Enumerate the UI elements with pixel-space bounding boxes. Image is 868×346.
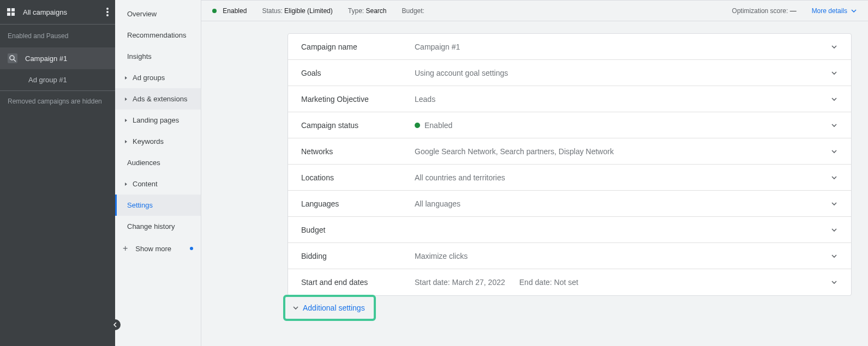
row-label: Budget	[301, 226, 415, 234]
main-content: Enabled Status: Eligible (Limited) Type:…	[201, 0, 868, 346]
status-dot-icon	[212, 9, 217, 13]
optimization-value: —	[790, 7, 797, 15]
secnav-settings[interactable]: Settings	[115, 195, 201, 216]
type-label: Type:	[348, 7, 364, 15]
row-value: Enabled	[424, 121, 452, 130]
settings-row[interactable]: Start and end datesStart date: March 27,…	[288, 269, 851, 295]
campaign-status-bar: Enabled Status: Eligible (Limited) Type:…	[201, 0, 868, 21]
row-value: Leads	[415, 95, 435, 104]
svg-rect-0	[7, 8, 10, 11]
secnav-show-more[interactable]: + Show more	[115, 237, 201, 260]
chevron-down-icon	[830, 200, 838, 208]
row-value: Campaign #1	[415, 43, 460, 51]
chevron-down-icon	[851, 8, 857, 14]
secnav-label: Keywords	[133, 137, 164, 145]
status-filter[interactable]: Enabled and Paused	[0, 25, 115, 47]
settings-row[interactable]: GoalsUsing account goal settings	[288, 60, 851, 86]
secnav-keywords[interactable]: Keywords	[115, 131, 201, 152]
row-label: Start and end dates	[301, 278, 415, 287]
row-value: Maximize clicks	[415, 252, 468, 260]
optimization-label: Optimization score:	[732, 7, 788, 15]
settings-row[interactable]: Budget	[288, 217, 851, 243]
settings-row[interactable]: NetworksGoogle Search Network, Search pa…	[288, 138, 851, 165]
chevron-down-icon	[830, 95, 838, 103]
secnav-overview[interactable]: Overview	[115, 3, 201, 25]
secnav-label: Landing pages	[133, 116, 179, 124]
start-date-value: Start date: March 27, 2022	[415, 278, 505, 287]
more-details-label: More details	[812, 7, 847, 15]
chevron-down-icon	[830, 278, 838, 286]
settings-row[interactable]: Campaign nameCampaign #1	[288, 34, 851, 60]
additional-settings-highlight: Additional settings	[283, 295, 376, 321]
secnav-label: Settings	[127, 201, 153, 209]
campaign-label: Campaign #1	[25, 54, 67, 63]
svg-rect-3	[11, 13, 15, 16]
settings-row[interactable]: BiddingMaximize clicks	[288, 243, 851, 269]
apps-icon	[7, 8, 15, 16]
settings-row[interactable]: Marketing ObjectiveLeads	[288, 86, 851, 112]
all-campaigns-label: All campaigns	[23, 8, 106, 16]
secnav-label: Insights	[127, 52, 152, 60]
more-details-link[interactable]: More details	[812, 7, 857, 15]
chevron-down-icon	[830, 43, 838, 51]
additional-settings-toggle[interactable]: Additional settings	[288, 300, 369, 315]
row-value: All countries and territories	[415, 173, 505, 182]
row-label: Marketing Objective	[301, 95, 415, 104]
status-label: Status:	[262, 7, 282, 15]
secnav-label: Overview	[127, 10, 157, 18]
settings-row[interactable]: LanguagesAll languages	[288, 191, 851, 217]
hidden-campaigns-note: Removed campaigns are hidden	[0, 91, 115, 112]
secnav-adgroups[interactable]: Ad groups	[115, 67, 201, 88]
status-dot-icon	[415, 123, 420, 128]
secnav-landing-pages[interactable]: Landing pages	[115, 110, 201, 131]
nav-sidebar: All campaigns Enabled and Paused Campaig…	[0, 0, 115, 346]
secnav-recommendations[interactable]: Recommendations	[115, 25, 201, 46]
svg-rect-7	[8, 53, 17, 63]
status-value: Eligible (Limited)	[284, 7, 333, 15]
secnav-audiences[interactable]: Audiences	[115, 152, 201, 173]
sidebar-item-adgroup[interactable]: Ad group #1	[0, 69, 115, 91]
svg-rect-2	[7, 13, 10, 16]
chevron-down-icon	[830, 148, 838, 155]
row-label: Locations	[301, 173, 415, 182]
sidebar-item-campaign[interactable]: Campaign #1	[0, 47, 115, 69]
search-campaign-icon	[8, 53, 17, 63]
adgroup-label: Ad group #1	[28, 76, 67, 84]
row-label: Goals	[301, 69, 415, 77]
enabled-status: Enabled	[212, 7, 247, 15]
secnav-label: Ad groups	[133, 74, 165, 82]
secnav-content[interactable]: Content	[115, 173, 201, 195]
row-label: Campaign status	[301, 121, 415, 130]
row-value: All languages	[415, 199, 460, 208]
secnav-insights[interactable]: Insights	[115, 46, 201, 67]
show-more-label: Show more	[135, 245, 171, 253]
settings-row[interactable]: LocationsAll countries and territories	[288, 165, 851, 191]
enabled-label: Enabled	[223, 7, 247, 15]
status-field: Status: Eligible (Limited)	[262, 7, 332, 15]
end-date-value: End date: Not set	[519, 278, 578, 287]
secnav-ads-extensions[interactable]: Ads & extensions	[115, 88, 201, 110]
all-campaigns-row[interactable]: All campaigns	[0, 0, 115, 25]
secondary-nav: Overview Recommendations Insights Ad gro…	[115, 0, 201, 346]
secnav-label: Change history	[127, 222, 175, 230]
optimization-field: Optimization score: —	[732, 7, 797, 15]
secnav-label: Ads & extensions	[133, 95, 187, 103]
settings-row[interactable]: Campaign statusEnabled	[288, 112, 851, 138]
type-field: Type: Search	[348, 7, 387, 15]
chevron-down-icon	[292, 304, 300, 312]
row-value: Using account goal settings	[415, 69, 508, 77]
row-label: Bidding	[301, 252, 415, 260]
secnav-label: Recommendations	[127, 31, 186, 39]
row-label: Campaign name	[301, 43, 415, 51]
more-vert-icon[interactable]	[106, 8, 109, 16]
svg-point-5	[106, 11, 109, 13]
secnav-label: Content	[133, 180, 158, 188]
secnav-change-history[interactable]: Change history	[115, 216, 201, 237]
row-value: Google Search Network, Search partners, …	[415, 147, 614, 156]
plus-icon: +	[123, 244, 128, 253]
chevron-down-icon	[830, 252, 838, 260]
row-label: Networks	[301, 147, 415, 156]
svg-rect-1	[11, 8, 15, 11]
chevron-down-icon	[830, 174, 838, 181]
collapse-nav-icon[interactable]	[110, 319, 121, 330]
